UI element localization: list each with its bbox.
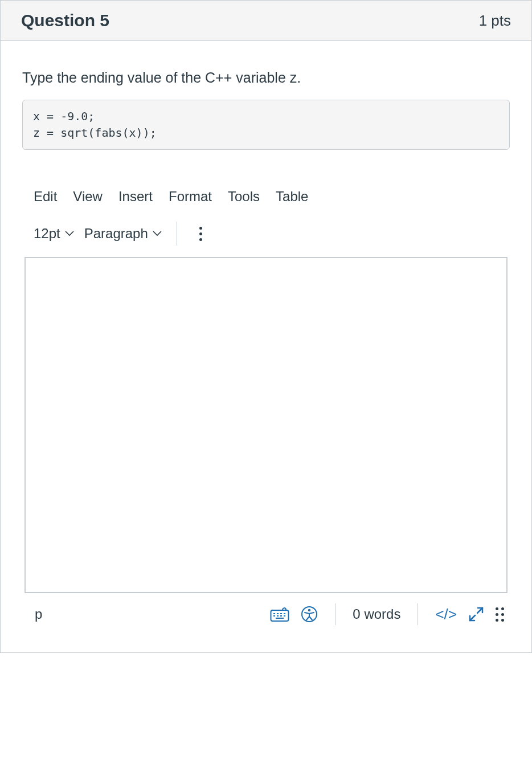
question-prompt: Type the ending value of the C++ variabl…: [22, 70, 510, 86]
toolbar-divider: [177, 222, 177, 246]
resize-handle[interactable]: [496, 607, 504, 622]
svg-line-13: [470, 615, 475, 620]
more-vertical-icon: [199, 227, 202, 241]
block-format-label: Paragraph: [84, 226, 148, 242]
expand-icon: [468, 606, 484, 622]
rich-text-editor: Edit View Insert Format Tools Table 12pt…: [22, 184, 510, 635]
editor-content-area[interactable]: [24, 257, 508, 593]
more-options-button[interactable]: [192, 224, 210, 243]
fullscreen-button[interactable]: [468, 606, 484, 622]
question-body: Type the ending value of the C++ variabl…: [1, 41, 531, 652]
block-format-select[interactable]: Paragraph: [84, 226, 162, 242]
editor-toolbar: 12pt Paragraph: [23, 217, 509, 257]
svg-point-11: [308, 609, 310, 611]
code-block: x = -9.0; z = sqrt(fabs(x));: [22, 100, 510, 150]
statusbar-divider: [418, 603, 418, 625]
question-title: Question 5: [21, 11, 109, 30]
menu-tools[interactable]: Tools: [228, 189, 260, 205]
accessibility-icon: [301, 606, 318, 623]
menu-format[interactable]: Format: [169, 189, 212, 205]
statusbar-divider: [335, 603, 335, 625]
menu-view[interactable]: View: [73, 189, 103, 205]
keyboard-icon: [270, 607, 289, 622]
menu-table[interactable]: Table: [276, 189, 308, 205]
editor-menubar: Edit View Insert Format Tools Table: [23, 184, 509, 217]
word-count[interactable]: 0 words: [353, 606, 400, 622]
font-size-select[interactable]: 12pt: [34, 226, 74, 242]
accessibility-checker-button[interactable]: [301, 606, 318, 623]
element-path[interactable]: p: [35, 606, 42, 622]
keyboard-shortcuts-button[interactable]: [270, 607, 289, 622]
html-view-button[interactable]: </>: [435, 606, 457, 623]
font-size-label: 12pt: [34, 226, 60, 242]
svg-line-12: [477, 608, 482, 613]
question-header: Question 5 1 pts: [1, 1, 531, 41]
chevron-down-icon: [153, 231, 162, 236]
menu-edit[interactable]: Edit: [34, 189, 57, 205]
question-points: 1 pts: [479, 12, 511, 30]
question-container: Question 5 1 pts Type the ending value o…: [0, 0, 532, 653]
chevron-down-icon: [65, 231, 74, 236]
menu-insert[interactable]: Insert: [118, 189, 153, 205]
editor-statusbar: p: [23, 593, 509, 635]
